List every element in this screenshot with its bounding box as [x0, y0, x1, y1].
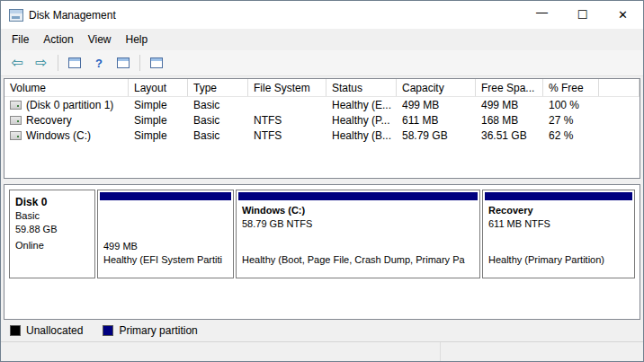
partition-color-band [238, 192, 478, 200]
partition-text: Recovery 611 MB NTFS Healthy (Primary Pa… [483, 202, 634, 278]
partition-text: Windows (C:) 58.79 GB NTFS Healthy (Boot… [237, 202, 479, 278]
legend-label: Unallocated [26, 324, 83, 337]
cell-type: Basic [188, 114, 248, 127]
table-row[interactable]: Windows (C:) Simple Basic NTFS Healthy (… [4, 128, 640, 143]
cell-file-system: NTFS [248, 114, 326, 127]
partition-status: Healthy (EFI System Partiti [103, 253, 228, 267]
toolbar-separator [139, 55, 140, 71]
close-button[interactable]: ✕ [603, 1, 643, 29]
menu-item-help[interactable]: Help [119, 31, 156, 49]
properties-button[interactable] [112, 53, 134, 73]
cell-free-space: 168 MB [476, 114, 543, 127]
column-header-file-system[interactable]: File System [248, 79, 326, 96]
show-action-pane-button[interactable] [146, 53, 167, 73]
partition-size: 499 MB [103, 240, 228, 253]
minimize-button[interactable]: — [522, 1, 562, 29]
partition-efi[interactable]: 499 MB Healthy (EFI System Partiti [97, 190, 234, 278]
volume-list-body: (Disk 0 partition 1) Simple Basic Health… [4, 97, 640, 143]
maximize-icon: ☐ [577, 8, 588, 22]
cell-file-system: NTFS [248, 129, 326, 142]
back-button[interactable]: ⇦ [6, 53, 28, 73]
unallocated-swatch-icon [10, 325, 21, 336]
legend-label: Primary partition [119, 324, 197, 337]
cell-status: Healthy (P... [326, 114, 397, 127]
cell-layout: Simple [129, 99, 188, 111]
console-tree-icon [68, 57, 81, 68]
legend-item-unallocated: Unallocated [10, 324, 83, 337]
column-header-volume[interactable]: Volume [4, 79, 129, 96]
partition-color-band [100, 192, 231, 200]
forward-arrow-icon: ⇨ [35, 56, 47, 70]
maximize-button[interactable]: ☐ [562, 1, 603, 29]
partition-size: 58.79 GB NTFS [242, 217, 474, 231]
cell-type: Basic [188, 129, 248, 142]
disk-name: Disk 0 [15, 195, 89, 209]
window-controls: — ☐ ✕ [522, 1, 643, 29]
disk-type: Basic [15, 209, 89, 223]
forward-button[interactable]: ⇨ [31, 53, 52, 73]
minimize-icon: — [536, 5, 548, 19]
help-button[interactable]: ? [88, 53, 110, 73]
column-header-blank [599, 79, 640, 96]
cell-layout: Simple [129, 129, 188, 142]
status-bar [1, 341, 643, 361]
legend-item-primary-partition: Primary partition [103, 324, 197, 337]
show-console-tree-button[interactable] [64, 53, 85, 73]
disk-info-box[interactable]: Disk 0 Basic 59.88 GB Online [9, 190, 95, 278]
menu-item-view[interactable]: View [81, 31, 119, 49]
action-pane-icon [150, 57, 163, 68]
column-header-pct-free[interactable]: % Free [543, 79, 599, 96]
table-row[interactable]: (Disk 0 partition 1) Simple Basic Health… [4, 97, 640, 112]
volume-list-header: Volume Layout Type File System Status Ca… [4, 79, 640, 97]
partition-color-band [485, 192, 632, 200]
volume-icon [10, 131, 22, 140]
cell-pct-free: 100 % [543, 99, 599, 111]
disk-0-row: Disk 0 Basic 59.88 GB Online 499 MB Heal… [9, 190, 635, 278]
disk-status: Online [15, 239, 89, 252]
legend: Unallocated Primary partition [1, 320, 643, 341]
menu-item-action[interactable]: Action [36, 31, 80, 49]
cell-type: Basic [188, 99, 248, 111]
partition-recovery[interactable]: Recovery 611 MB NTFS Healthy (Primary Pa… [482, 190, 635, 278]
cell-layout: Simple [129, 114, 188, 127]
cell-free-space: 499 MB [476, 99, 543, 111]
cell-volume: (Disk 0 partition 1) [26, 99, 113, 111]
cell-pct-free: 27 % [543, 114, 599, 127]
volume-icon [10, 116, 22, 125]
cell-volume: Recovery [26, 114, 72, 127]
column-header-status[interactable]: Status [326, 79, 397, 96]
table-row[interactable]: Recovery Simple Basic NTFS Healthy (P...… [4, 112, 640, 128]
partition-status: Healthy (Primary Partition) [488, 253, 629, 267]
back-arrow-icon: ⇦ [11, 56, 22, 70]
toolbar: ⇦ ⇨ ? [1, 50, 643, 76]
partition-text: 499 MB Healthy (EFI System Partiti [98, 202, 233, 278]
cell-status: Healthy (E... [326, 99, 397, 111]
status-bar-segment [440, 342, 643, 361]
cell-capacity: 58.79 GB [397, 129, 476, 142]
cell-status: Healthy (B... [326, 129, 397, 142]
primary-partition-swatch-icon [103, 325, 113, 336]
cell-pct-free: 62 % [543, 129, 599, 142]
help-icon: ? [95, 57, 103, 70]
column-header-type[interactable]: Type [188, 79, 248, 96]
cell-free-space: 36.51 GB [476, 129, 543, 142]
menu-item-file[interactable]: File [4, 31, 36, 49]
disk-size: 59.88 GB [15, 223, 89, 236]
column-header-free-space[interactable]: Free Spa... [476, 79, 543, 96]
close-icon: ✕ [618, 8, 628, 22]
partition-status: Healthy (Boot, Page File, Crash Dump, Pr… [242, 253, 474, 267]
titlebar: Disk Management — ☐ ✕ [1, 1, 643, 29]
disk-management-app-icon [9, 9, 23, 22]
column-header-layout[interactable]: Layout [129, 79, 188, 96]
cell-volume: Windows (C:) [26, 129, 91, 142]
properties-icon [117, 57, 130, 68]
menubar: File Action View Help [1, 29, 643, 50]
volume-list-panel: Volume Layout Type File System Status Ca… [4, 78, 640, 179]
partition-windows-c[interactable]: Windows (C:) 58.79 GB NTFS Healthy (Boot… [236, 190, 480, 278]
partition-size: 611 MB NTFS [488, 217, 629, 231]
disk-management-window: Disk Management — ☐ ✕ File Action View H… [0, 0, 644, 362]
column-header-capacity[interactable]: Capacity [397, 79, 476, 96]
volume-icon [10, 101, 22, 110]
cell-capacity: 499 MB [397, 99, 476, 111]
partition-title: Windows (C:) [242, 204, 474, 217]
